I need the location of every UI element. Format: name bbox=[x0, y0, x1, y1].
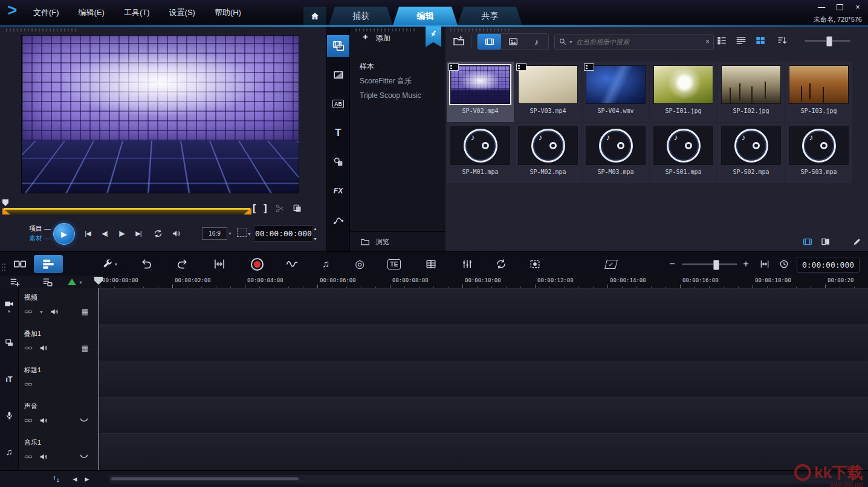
preview-timecode[interactable]: 00:00:00:000 bbox=[254, 225, 313, 242]
play-button[interactable]: ▶ bbox=[53, 223, 75, 245]
menu-edit[interactable]: 编辑(E) bbox=[79, 7, 105, 18]
storyboard-view-button[interactable] bbox=[8, 255, 31, 273]
track-transparency-icon[interactable]: ▦ bbox=[82, 308, 88, 316]
close-button[interactable]: × bbox=[851, 2, 864, 12]
zoom-out-button[interactable]: − bbox=[665, 255, 679, 273]
timeline-view-button[interactable] bbox=[34, 255, 63, 273]
cue-caret-icon[interactable]: ▼ bbox=[79, 280, 83, 285]
trim-region-button[interactable] bbox=[208, 255, 231, 273]
slider-thumb[interactable] bbox=[826, 36, 832, 47]
track-header-overlay[interactable]: 叠加1 ▦ bbox=[0, 324, 99, 361]
strip-ab-template-button[interactable]: AB bbox=[327, 93, 349, 115]
slider-thumb[interactable] bbox=[713, 260, 719, 270]
link-caret-icon[interactable]: ▼ bbox=[39, 310, 44, 314]
track-mute-speaker-icon[interactable] bbox=[39, 453, 48, 461]
track-lane-overlay[interactable] bbox=[98, 324, 868, 362]
enlarge-preview-icon[interactable] bbox=[293, 204, 302, 213]
edit-pencil-icon[interactable] bbox=[852, 237, 862, 247]
toolbar-timecode[interactable]: 0:00:00:000 bbox=[797, 257, 860, 273]
marquee-caret-icon[interactable]: ▼ bbox=[247, 232, 251, 236]
timeline-zoom-slider[interactable] bbox=[682, 259, 737, 269]
menu-tools[interactable]: 工具(T) bbox=[124, 7, 150, 18]
media-item[interactable]: SP-S01.mpa bbox=[650, 123, 717, 183]
import-media-folder-icon[interactable] bbox=[453, 35, 465, 47]
gallery-search-box[interactable]: ▼ × bbox=[554, 34, 714, 50]
track-options-icon[interactable] bbox=[42, 277, 53, 288]
motion-tracking-button[interactable]: ◎ bbox=[348, 255, 371, 273]
scrollbar-thumb[interactable] bbox=[111, 477, 299, 480]
sound-mixer-button[interactable] bbox=[280, 255, 303, 273]
library-panel-toggle-icon[interactable] bbox=[803, 237, 812, 247]
project-mode-label[interactable]: 项目 — bbox=[25, 224, 51, 233]
filter-audio-button[interactable]: ♪ bbox=[525, 34, 548, 50]
home-tab[interactable] bbox=[303, 7, 326, 25]
track-manager-icon[interactable] bbox=[10, 277, 21, 288]
track-lane-title[interactable] bbox=[98, 361, 868, 398]
auto-music-button[interactable]: ♫ bbox=[314, 255, 337, 273]
split-screen-template-button[interactable] bbox=[419, 255, 442, 273]
mask-creator-button[interactable] bbox=[523, 255, 546, 273]
marquee-select-button[interactable] bbox=[237, 228, 247, 237]
sort-button[interactable] bbox=[777, 35, 788, 46]
timeline-ruler[interactable]: 00:00:00:00 00:00:02:00 00:00:04:00 00:0… bbox=[98, 276, 868, 289]
mark-in-button[interactable]: [ bbox=[253, 203, 256, 214]
tab-edit[interactable]: 编辑 bbox=[393, 7, 458, 25]
tab-capture[interactable]: 捕获 bbox=[329, 7, 393, 25]
folder-item-samples[interactable]: 样本 bbox=[349, 59, 446, 74]
folder-item-scorefitter[interactable]: ScoreFitter 音乐 bbox=[349, 74, 446, 88]
add-icon[interactable]: + bbox=[363, 31, 368, 42]
mark-out-button[interactable]: ] bbox=[264, 203, 267, 214]
media-item[interactable]: SP-V02.mp4 bbox=[447, 62, 514, 122]
add-label[interactable]: 添加 bbox=[376, 33, 390, 44]
title-track-type[interactable]: ıT bbox=[0, 361, 19, 397]
trim-bar[interactable] bbox=[4, 208, 250, 214]
repeat-button[interactable] bbox=[150, 227, 166, 239]
previous-frame-button[interactable]: ◀| bbox=[97, 227, 112, 239]
filter-videos-button[interactable] bbox=[478, 34, 501, 50]
voice-track-type[interactable] bbox=[0, 397, 19, 433]
track-transparency-icon[interactable]: ▦ bbox=[82, 344, 88, 352]
track-lane-music[interactable] bbox=[98, 433, 868, 471]
strip-transition-button[interactable] bbox=[327, 64, 349, 86]
track-lane-voice[interactable] bbox=[98, 397, 868, 434]
media-item[interactable]: SP-M01.mpa bbox=[447, 123, 514, 183]
track-header-video[interactable]: ▼ 视频 ▼ ▦ bbox=[0, 288, 99, 325]
scroll-right-button[interactable]: ▶ bbox=[82, 475, 92, 483]
media-item[interactable]: SP-I01.jpg bbox=[650, 62, 717, 122]
media-item[interactable]: SP-M03.mpa bbox=[582, 123, 649, 183]
track-mute-speaker-icon[interactable] bbox=[39, 416, 48, 425]
search-clear-icon[interactable]: × bbox=[705, 37, 710, 46]
view-detail-button[interactable] bbox=[736, 35, 747, 46]
clip-mode-label[interactable]: 素材 — bbox=[25, 233, 51, 243]
timeline-scrollbar[interactable] bbox=[109, 476, 853, 483]
track-mute-speaker-icon[interactable] bbox=[39, 344, 48, 352]
strip-title-button[interactable]: T bbox=[327, 122, 349, 144]
thumbnail-zoom-slider[interactable] bbox=[805, 35, 850, 46]
zoom-in-button[interactable]: + bbox=[739, 255, 753, 273]
subtitle-editor-button[interactable]: TE bbox=[382, 255, 406, 273]
go-to-start-button[interactable]: |◀ bbox=[80, 227, 96, 239]
next-frame-button[interactable]: |▶ bbox=[114, 227, 129, 239]
go-to-end-button[interactable]: ▶| bbox=[131, 227, 146, 239]
undo-button[interactable] bbox=[135, 255, 158, 273]
aspect-ratio-select[interactable]: 16:9 bbox=[202, 227, 227, 240]
redo-button[interactable] bbox=[170, 255, 193, 273]
split-clip-scissors-icon[interactable] bbox=[275, 204, 285, 213]
menu-help[interactable]: 帮助(H) bbox=[215, 7, 241, 18]
aspect-caret-icon[interactable]: ▼ bbox=[228, 231, 232, 236]
ripple-link-icon[interactable] bbox=[24, 380, 33, 389]
media-item[interactable]: SP-V04.wmv bbox=[582, 62, 649, 122]
tab-share[interactable]: 共享 bbox=[458, 7, 522, 25]
strip-media-button[interactable] bbox=[327, 35, 349, 57]
menu-settings[interactable]: 设置(S) bbox=[169, 7, 195, 18]
system-volume-button[interactable] bbox=[168, 227, 184, 239]
track-header-voice[interactable]: 声音 bbox=[0, 397, 99, 434]
strip-graphic-button[interactable] bbox=[327, 151, 349, 173]
video-track-type[interactable]: ▼ bbox=[0, 288, 19, 324]
volume-fade-icon[interactable] bbox=[80, 453, 88, 461]
edit-tools-button[interactable]: ▼ bbox=[94, 255, 125, 273]
browse-button[interactable]: 浏览 bbox=[349, 231, 446, 251]
rotate-360-button[interactable] bbox=[490, 255, 513, 273]
filter-photos-button[interactable] bbox=[501, 34, 525, 50]
options-panel-toggle-icon[interactable] bbox=[821, 237, 831, 247]
